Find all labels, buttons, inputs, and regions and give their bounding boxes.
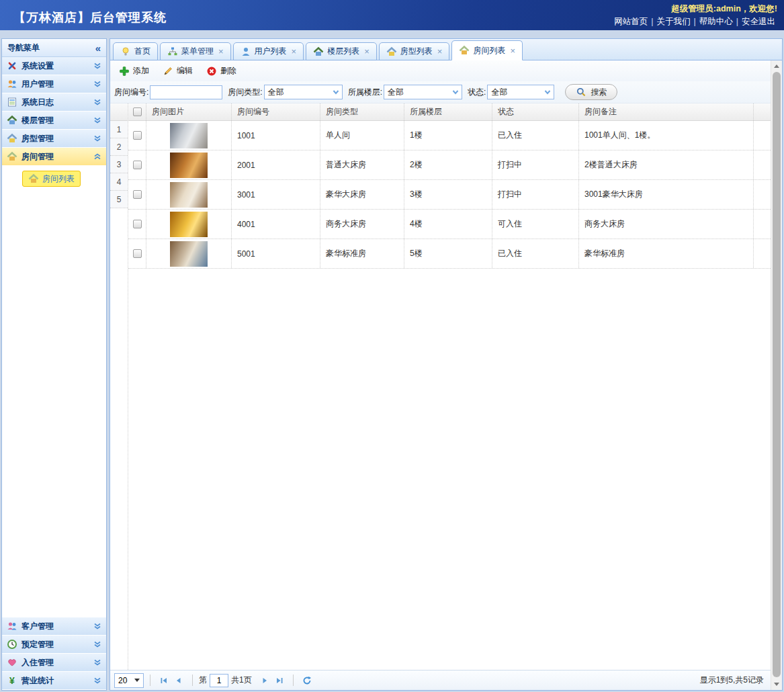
collapse-sidebar-icon[interactable]: « — [95, 42, 101, 54]
table-row[interactable]: 4001 商务大床房 4楼 可入住 商务大床房 — [128, 210, 771, 239]
col-room-image[interactable]: 房间图片 — [146, 103, 232, 120]
prev-page-button[interactable] — [171, 673, 186, 688]
sidebar-item-room-management[interactable]: 房间管理 — [2, 148, 106, 166]
cell-room-no: 2001 — [232, 150, 320, 179]
last-page-button[interactable] — [272, 673, 287, 688]
tab-label: 菜单管理 — [181, 46, 214, 57]
house-icon — [313, 46, 324, 57]
sidebar-item-business-stats[interactable]: ¥ 营业统计 — [2, 672, 106, 690]
tab-close-icon[interactable]: × — [218, 46, 224, 56]
cell-status: 已入住 — [492, 121, 579, 150]
cell-floor: 3楼 — [404, 180, 492, 209]
search-button[interactable]: 搜索 — [565, 84, 617, 100]
edit-button[interactable]: 编辑 — [157, 63, 198, 79]
page-input[interactable] — [210, 674, 228, 687]
select-all-checkbox[interactable] — [133, 107, 142, 116]
refresh-icon — [302, 676, 312, 685]
room-no-input[interactable] — [150, 85, 222, 99]
sidebar-item-user-management[interactable]: 用户管理 — [2, 75, 106, 93]
sidebar-item-system-settings[interactable]: 系统设置 — [2, 57, 106, 75]
room-photo — [170, 182, 208, 208]
tab-label: 房型列表 — [400, 46, 433, 57]
tab-close-icon[interactable]: × — [510, 46, 515, 56]
chevron-down-icon — [449, 88, 462, 96]
sidebar-item-label: 系统日志 — [21, 97, 54, 108]
status-value: 全部 — [491, 87, 541, 98]
tools-icon — [7, 60, 17, 71]
col-room-no[interactable]: 房间编号 — [232, 103, 320, 120]
row-checkbox[interactable] — [133, 249, 142, 258]
sidebar-item-floor-management[interactable]: 楼层管理 — [2, 112, 106, 130]
scrollbar-thumb[interactable] — [773, 72, 781, 677]
floor-select[interactable]: 全部 — [384, 85, 462, 99]
customers-icon — [7, 621, 17, 632]
cell-status: 打扫中 — [492, 180, 579, 209]
prev-page-icon — [174, 676, 183, 685]
yen-icon: ¥ — [7, 675, 17, 686]
table-row[interactable]: 3001 豪华大床房 3楼 打扫中 3001豪华大床房 — [128, 180, 771, 210]
content-panel: 添加 编辑 删除 房间编号: 房间类型: 全部 — [110, 60, 783, 691]
first-page-icon — [159, 676, 169, 685]
page-size-select[interactable]: 20 — [114, 673, 144, 688]
refresh-button[interactable] — [300, 673, 314, 688]
link-separator: | — [736, 17, 738, 26]
row-checkbox[interactable] — [133, 161, 142, 169]
scrollbar-up-button[interactable] — [771, 60, 782, 72]
heart-icon — [7, 657, 17, 668]
row-checkbox[interactable] — [133, 131, 142, 140]
user-icon — [241, 46, 251, 57]
tab-user-list[interactable]: 用户列表 × — [233, 42, 304, 60]
row-checkbox[interactable] — [133, 190, 142, 199]
edit-button-label: 编辑 — [177, 65, 193, 77]
sidebar-title: 导航菜单 — [7, 42, 40, 54]
cell-room-no: 3001 — [232, 180, 320, 209]
nav-link-about[interactable]: 关于我们 — [657, 17, 691, 26]
add-button[interactable]: 添加 — [114, 63, 155, 79]
sidebar-item-customer-management[interactable]: 客户管理 — [2, 617, 106, 636]
datagrid-toolbar: 添加 编辑 删除 — [110, 60, 771, 81]
table-header-row: 房间图片 房间编号 房间类型 所属楼层 状态 房间备注 — [128, 103, 771, 121]
sidebar-item-system-log[interactable]: 系统日志 — [2, 93, 106, 112]
nav-link-help[interactable]: 帮助中心 — [699, 17, 733, 26]
delete-button[interactable]: 删除 — [201, 63, 242, 79]
col-room-type[interactable]: 房间类型 — [320, 103, 404, 120]
link-separator: | — [694, 17, 696, 26]
chevron-down-icon — [330, 88, 342, 96]
sidebar-item-roomtype-management[interactable]: 房型管理 — [2, 130, 106, 148]
record-summary: 显示1到5,共5记录 — [700, 675, 767, 686]
sidebar-item-label: 系统设置 — [21, 60, 54, 72]
next-page-button[interactable] — [257, 673, 272, 688]
scrollbar-down-button[interactable] — [771, 679, 782, 690]
tab-close-icon[interactable]: × — [437, 46, 443, 56]
status-select[interactable]: 全部 — [487, 85, 554, 99]
room-type-value: 全部 — [268, 87, 330, 98]
nav-link-logout[interactable]: 安全退出 — [742, 17, 775, 26]
first-page-button[interactable] — [157, 673, 171, 688]
vertical-scrollbar[interactable] — [771, 60, 782, 690]
table-row[interactable]: 2001 普通大床房 2楼 打扫中 2楼普通大床房 — [128, 150, 771, 180]
nav-link-site-home[interactable]: 网站首页 — [614, 17, 648, 26]
row-checkbox[interactable] — [133, 220, 142, 228]
sidebar-item-label: 房间管理 — [21, 151, 54, 163]
room-type-select[interactable]: 全部 — [264, 85, 343, 99]
tab-close-icon[interactable]: × — [292, 46, 297, 56]
floor-label: 所属楼层: — [348, 87, 382, 98]
sidebar-item-checkin-management[interactable]: 入住管理 — [2, 654, 106, 672]
tab-label: 楼层列表 — [327, 46, 359, 57]
col-floor[interactable]: 所属楼层 — [404, 103, 492, 120]
sidebar-item-reservation-management[interactable]: 预定管理 — [2, 636, 106, 654]
table-row[interactable]: 5001 豪华标准房 5楼 已入住 豪华标准房 — [128, 239, 771, 269]
col-remark[interactable]: 房间备注 — [579, 103, 754, 120]
tab-menu-management[interactable]: 菜单管理 × — [160, 42, 231, 60]
tab-home[interactable]: 首页 — [113, 42, 158, 60]
tab-close-icon[interactable]: × — [364, 46, 369, 56]
tab-room-list[interactable]: 房间列表 × — [451, 40, 523, 60]
chevron-double-down-icon — [93, 658, 101, 666]
submenu-item-room-list[interactable]: 房间列表 — [22, 171, 81, 187]
tab-floor-list[interactable]: 楼层列表 × — [306, 42, 377, 60]
tab-roomtype-list[interactable]: 房型列表 × — [379, 42, 450, 60]
table-row[interactable]: 1001 单人间 1楼 已入住 1001单人间、1楼。 — [128, 121, 771, 150]
col-status[interactable]: 状态 — [492, 103, 579, 120]
app-header: 【万林酒店】后台管理系统 超级管理员:admin，欢迎您! 网站首页|关于我们|… — [0, 0, 784, 30]
sitemap-icon — [167, 46, 178, 57]
